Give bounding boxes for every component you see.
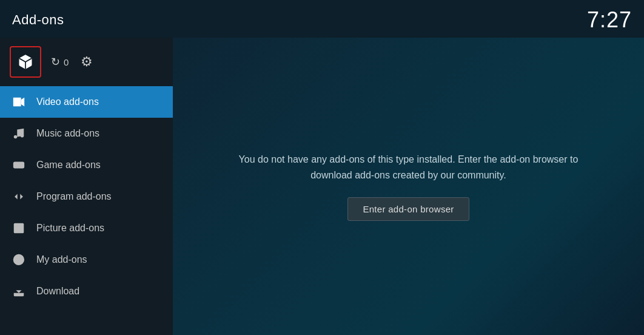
download-icon (11, 283, 27, 299)
page-title: Add-ons (12, 12, 64, 28)
sidebar-item-game-addons[interactable]: Game add-ons (0, 149, 173, 181)
sidebar-item-label: Music add-ons (36, 128, 99, 139)
sidebar-item-label: Game add-ons (36, 160, 101, 171)
sidebar-item-label: Video add-ons (36, 96, 99, 107)
svg-point-9 (22, 165, 23, 166)
program-icon (11, 189, 27, 205)
sidebar-item-program-addons[interactable]: Program add-ons (0, 181, 173, 212)
refresh-icon: ↻ (51, 55, 60, 69)
settings-icon[interactable]: ⚙ (81, 54, 93, 70)
myaddon-icon (11, 252, 27, 268)
game-icon (11, 157, 27, 173)
sidebar-item-label: My add-ons (36, 254, 87, 265)
content-area: You do not have any add-ons of this type… (173, 38, 644, 335)
sidebar-toolbar: ↻ 0 ⚙ (0, 38, 173, 86)
box-icon (17, 53, 34, 70)
sidebar-item-video-addons[interactable]: Video add-ons (0, 86, 173, 118)
sidebar-item-my-addons[interactable]: My add-ons (0, 244, 173, 276)
sidebar-item-label: Program add-ons (36, 191, 112, 202)
sidebar-item-download[interactable]: Download (0, 276, 173, 307)
svg-point-11 (16, 225, 18, 227)
svg-marker-2 (21, 98, 24, 107)
clock-display: 7:27 (587, 7, 632, 33)
svg-point-8 (21, 164, 22, 165)
sidebar: ↻ 0 ⚙ Video add-ons Music add-ons Game a… (0, 38, 173, 335)
music-icon (11, 126, 27, 141)
update-count: 0 (64, 57, 69, 67)
picture-icon (11, 220, 27, 236)
sidebar-item-picture-addons[interactable]: Picture add-ons (0, 212, 173, 244)
refresh-button[interactable]: ↻ 0 (51, 55, 69, 69)
sidebar-item-music-addons[interactable]: Music add-ons (0, 118, 173, 149)
svg-point-3 (14, 135, 18, 139)
sidebar-item-label: Picture add-ons (36, 223, 104, 234)
empty-state-message: You do not have any add-ons of this type… (227, 152, 591, 183)
sidebar-item-label: Download (36, 286, 79, 297)
video-icon (11, 94, 27, 110)
header: Add-ons 7:27 (0, 0, 644, 38)
addon-box-icon[interactable] (10, 46, 41, 78)
svg-rect-1 (13, 98, 21, 107)
svg-point-4 (21, 134, 24, 138)
main-layout: ↻ 0 ⚙ Video add-ons Music add-ons Game a… (0, 38, 644, 335)
enter-addon-browser-button[interactable]: Enter add-on browser (347, 197, 469, 221)
